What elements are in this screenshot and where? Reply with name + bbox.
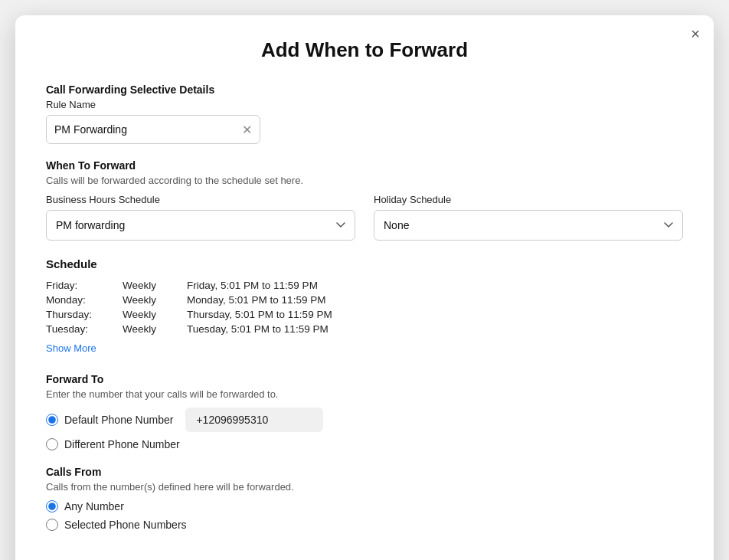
schedule-detail: Monday, 5:01 PM to 11:59 PM: [187, 293, 363, 307]
holiday-schedule-group: Holiday Schedule None Custom: [374, 194, 683, 241]
holiday-schedule-select[interactable]: None Custom: [374, 210, 683, 241]
forward-to-section: Forward To Enter the number that your ca…: [46, 373, 683, 450]
close-button[interactable]: ×: [691, 26, 700, 41]
table-row: Tuesday: Weekly Tuesday, 5:01 PM to 11:5…: [46, 322, 363, 336]
call-forwarding-section-label: Call Forwarding Selective Details: [46, 84, 683, 96]
schedule-frequency: Weekly: [123, 278, 187, 293]
schedule-frequency: Weekly: [123, 322, 187, 336]
table-row: Monday: Weekly Monday, 5:01 PM to 11:59 …: [46, 293, 363, 307]
forward-to-desc: Enter the number that your calls will be…: [46, 388, 683, 400]
default-phone-radio[interactable]: [46, 414, 58, 426]
any-number-radio-item: Any Number: [46, 500, 683, 513]
different-phone-label: Different Phone Number: [64, 438, 180, 450]
forward-to-radio-group: Default Phone Number +12096995310 Differ…: [46, 408, 683, 450]
schedule-detail: Thursday, 5:01 PM to 11:59 PM: [187, 307, 363, 322]
calls-from-radio-group: Any Number Selected Phone Numbers: [46, 500, 683, 531]
schedule-day: Thursday:: [46, 307, 123, 322]
schedule-day: Friday:: [46, 278, 123, 293]
calls-from-section: Calls From Calls from the number(s) defi…: [46, 466, 683, 531]
rule-name-input[interactable]: [54, 123, 242, 136]
selected-numbers-radio-item: Selected Phone Numbers: [46, 519, 683, 531]
schedule-day: Tuesday:: [46, 322, 123, 336]
when-to-forward-section: When To Forward Calls will be forwarded …: [46, 159, 683, 241]
modal-container: × Add When to Forward Call Forwarding Se…: [15, 15, 714, 560]
default-phone-number-display: +12096995310: [185, 408, 323, 432]
different-phone-radio[interactable]: [46, 438, 58, 450]
any-number-radio[interactable]: [46, 500, 58, 513]
business-hours-select[interactable]: PM forwarding None Custom: [46, 210, 355, 241]
show-more-link[interactable]: Show More: [46, 342, 96, 354]
any-number-label: Any Number: [64, 500, 124, 513]
when-to-forward-desc: Calls will be forwarded according to the…: [46, 175, 683, 186]
calls-from-desc: Calls from the number(s) defined here wi…: [46, 481, 683, 493]
business-hours-group: Business Hours Schedule PM forwarding No…: [46, 194, 355, 241]
rule-name-input-wrapper: ✕: [46, 115, 260, 144]
business-hours-label: Business Hours Schedule: [46, 194, 355, 205]
schedule-table: Friday: Weekly Friday, 5:01 PM to 11:59 …: [46, 278, 363, 336]
default-phone-label: Default Phone Number: [64, 414, 173, 426]
call-forwarding-section: Call Forwarding Selective Details Rule N…: [46, 84, 683, 144]
clear-rule-name-button[interactable]: ✕: [242, 123, 252, 137]
holiday-schedule-label: Holiday Schedule: [374, 194, 683, 205]
selected-numbers-radio[interactable]: [46, 519, 58, 531]
schedule-section-label: Schedule: [46, 257, 683, 270]
selected-numbers-label: Selected Phone Numbers: [64, 519, 187, 531]
table-row: Thursday: Weekly Thursday, 5:01 PM to 11…: [46, 307, 363, 322]
schedule-frequency: Weekly: [123, 307, 187, 322]
rule-name-label: Rule Name: [46, 99, 683, 110]
schedule-detail: Tuesday, 5:01 PM to 11:59 PM: [187, 322, 363, 336]
modal-title: Add When to Forward: [46, 38, 683, 62]
schedule-detail: Friday, 5:01 PM to 11:59 PM: [187, 278, 363, 293]
calls-from-label: Calls From: [46, 466, 683, 478]
different-phone-radio-item: Different Phone Number: [46, 438, 683, 450]
forward-to-label: Forward To: [46, 373, 683, 385]
when-to-forward-label: When To Forward: [46, 159, 683, 172]
table-row: Friday: Weekly Friday, 5:01 PM to 11:59 …: [46, 278, 363, 293]
schedule-day: Monday:: [46, 293, 123, 307]
schedule-section: Schedule Friday: Weekly Friday, 5:01 PM …: [46, 257, 683, 355]
footer-buttons: Cancel Save: [46, 554, 683, 560]
schedule-frequency: Weekly: [123, 293, 187, 307]
default-phone-radio-item: Default Phone Number +12096995310: [46, 408, 683, 432]
schedules-row: Business Hours Schedule PM forwarding No…: [46, 194, 683, 241]
